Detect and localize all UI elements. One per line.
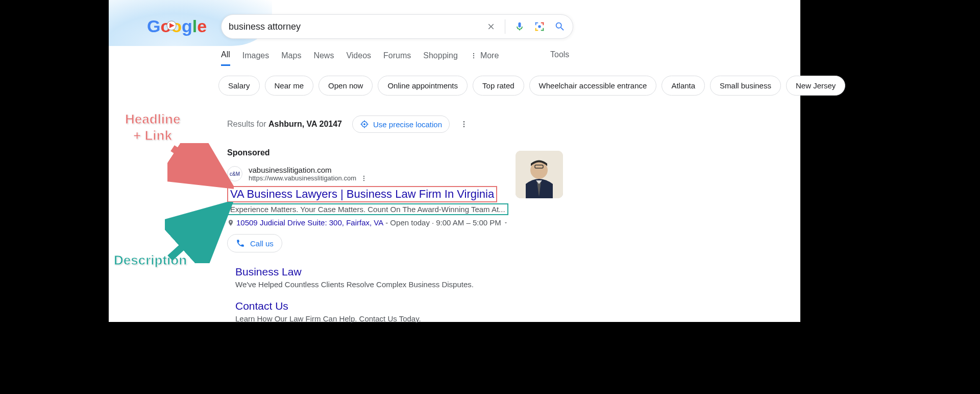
search-icon[interactable]	[554, 21, 566, 32]
ad-site-url: https://www.vabusinesslitigation.com	[249, 174, 368, 182]
svg-point-22	[463, 124, 465, 125]
call-us-button[interactable]: Call us	[227, 234, 282, 252]
chip-top-rated[interactable]: Top rated	[473, 76, 524, 96]
arrow-green-icon	[165, 202, 234, 263]
tab-news[interactable]: News	[313, 51, 334, 65]
tools-button[interactable]: Tools	[550, 50, 569, 59]
precise-label: Use precise location	[373, 120, 442, 129]
clear-icon[interactable]	[486, 22, 496, 31]
page-content: Google All Images Maps News	[109, 0, 800, 322]
ad-site-name: vabusinesslitigation.com	[249, 166, 368, 174]
ad-hours-prefix: - Open today ·	[385, 218, 434, 227]
ad-headline-link[interactable]: VA Business Lawyers | Business Law Firm …	[227, 186, 497, 202]
svg-point-11	[538, 25, 541, 28]
ad-sublinks: Business Law We've Helped Countless Clie…	[235, 266, 595, 323]
tab-images[interactable]: Images	[242, 51, 269, 65]
ad-hours: 9:00 AM – 5:00 PM	[436, 218, 501, 227]
svg-line-30	[173, 148, 224, 181]
dropdown-icon[interactable]	[503, 220, 508, 225]
svg-rect-4	[535, 22, 536, 26]
separator	[505, 19, 505, 34]
svg-rect-10	[543, 28, 544, 31]
more-label: More	[480, 51, 499, 60]
svg-line-31	[170, 210, 224, 258]
use-precise-location-button[interactable]: Use precise location	[352, 115, 450, 133]
chip-new-jersey[interactable]: New Jersey	[786, 76, 845, 96]
svg-point-24	[363, 175, 364, 176]
results-column: Results for Ashburn, VA 20147 Use precis…	[227, 115, 595, 334]
svg-point-21	[463, 121, 465, 123]
tab-maps[interactable]: Maps	[281, 51, 301, 65]
sublink-contact-us: Contact Us Learn How Our Law Firm Can He…	[235, 300, 595, 323]
svg-point-16	[363, 123, 365, 125]
chip-small-business[interactable]: Small business	[710, 76, 781, 96]
sublink-desc: Learn How Our Law Firm Can Help. Contact…	[235, 314, 595, 323]
tab-more[interactable]: More	[470, 51, 499, 65]
svg-point-25	[363, 177, 364, 178]
chip-open-now[interactable]: Open now	[318, 76, 373, 96]
filter-chips: Salary Near me Open now Online appointme…	[218, 76, 845, 96]
search-input[interactable]	[229, 21, 486, 32]
lens-icon[interactable]	[534, 21, 545, 32]
phone-icon	[236, 239, 245, 248]
svg-point-14	[473, 57, 474, 58]
call-label: Call us	[250, 239, 274, 248]
annotation-link: + Link	[133, 128, 172, 144]
sublink-desc: We've Helped Countless Clients Resolve C…	[235, 280, 595, 289]
ad-address-row: 10509 Judicial Drive Suite: 300, Fairfax…	[227, 218, 595, 227]
svg-point-12	[473, 53, 474, 54]
tab-videos[interactable]: Videos	[346, 51, 371, 65]
svg-text:Google: Google	[147, 16, 207, 36]
location-row: Results for Ashburn, VA 20147 Use precis…	[227, 115, 595, 133]
sublink-title[interactable]: Contact Us	[235, 300, 595, 312]
arrow-red-icon	[167, 143, 234, 192]
location-prefix: Results for	[227, 120, 268, 128]
location-text: Results for Ashburn, VA 20147	[227, 120, 342, 129]
annotation-headline: Headline	[125, 111, 180, 127]
ad-description: Experience Matters. Your Case Matters. C…	[227, 203, 508, 215]
svg-rect-6	[543, 22, 544, 26]
tab-forums[interactable]: Forums	[383, 51, 411, 65]
search-tabs: All Images Maps News Videos Forums Shopp…	[221, 50, 499, 66]
svg-rect-8	[535, 28, 536, 31]
google-logo[interactable]: Google	[147, 14, 213, 40]
tab-shopping[interactable]: Shopping	[423, 51, 458, 65]
svg-point-13	[473, 55, 474, 56]
mic-icon[interactable]	[514, 21, 525, 32]
chip-near-me[interactable]: Near me	[265, 76, 314, 96]
more-dots-icon	[470, 52, 477, 59]
ad-address-link[interactable]: 10509 Judicial Drive Suite: 300, Fairfax…	[236, 218, 383, 227]
location-more-icon[interactable]	[460, 120, 468, 128]
ad-url-text: https://www.vabusinesslitigation.com	[249, 174, 356, 182]
svg-point-26	[363, 179, 364, 180]
ad-thumbnail[interactable]	[516, 151, 563, 198]
chip-online-appointments[interactable]: Online appointments	[378, 76, 468, 96]
location-place: Ashburn, VA 20147	[268, 120, 342, 128]
ad-more-icon[interactable]	[360, 175, 368, 182]
tab-all[interactable]: All	[221, 50, 230, 66]
chip-atlanta[interactable]: Atlanta	[662, 76, 705, 96]
target-icon	[360, 120, 369, 129]
chip-wheelchair[interactable]: Wheelchair accessible entrance	[529, 76, 657, 96]
sublink-title[interactable]: Business Law	[235, 266, 595, 278]
sublink-business-law: Business Law We've Helped Countless Clie…	[235, 266, 595, 289]
search-bar[interactable]	[221, 14, 573, 39]
svg-point-23	[463, 126, 465, 127]
chip-salary[interactable]: Salary	[218, 76, 260, 96]
